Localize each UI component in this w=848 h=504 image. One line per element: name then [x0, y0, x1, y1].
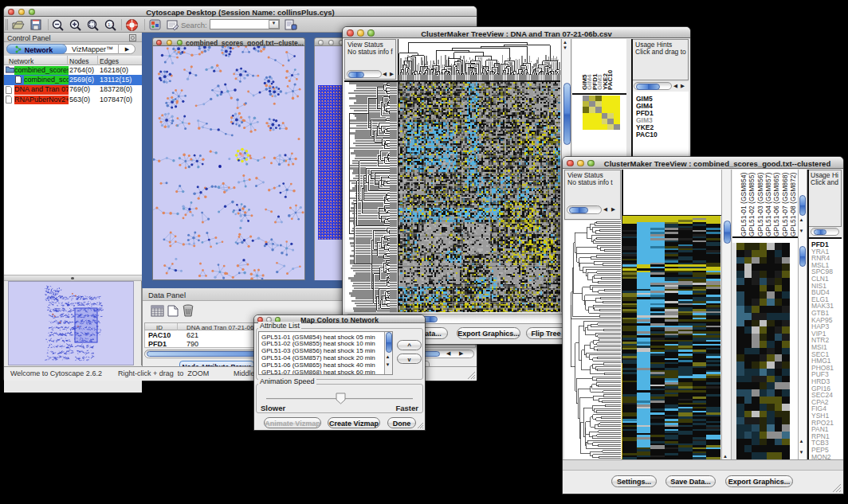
svg-text:1:1: 1:1: [108, 22, 115, 27]
